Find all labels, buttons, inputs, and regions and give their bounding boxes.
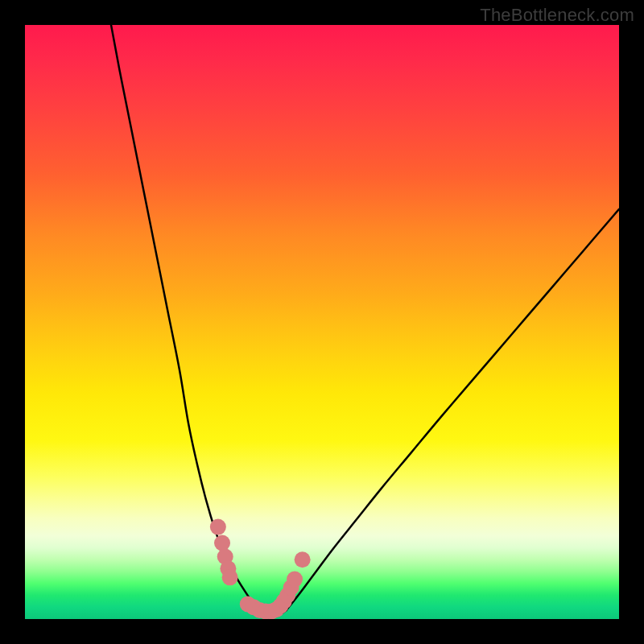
data-marker — [210, 519, 226, 535]
chart-svg — [25, 25, 619, 619]
curve-right-branch — [287, 209, 619, 610]
data-marker — [222, 569, 238, 585]
curve-left-branch — [111, 25, 257, 610]
chart-plot-area — [25, 25, 619, 619]
watermark-text: TheBottleneck.com — [480, 5, 634, 26]
data-markers — [210, 519, 311, 619]
data-marker — [214, 535, 230, 551]
data-marker — [295, 551, 311, 568]
data-marker — [287, 572, 303, 588]
